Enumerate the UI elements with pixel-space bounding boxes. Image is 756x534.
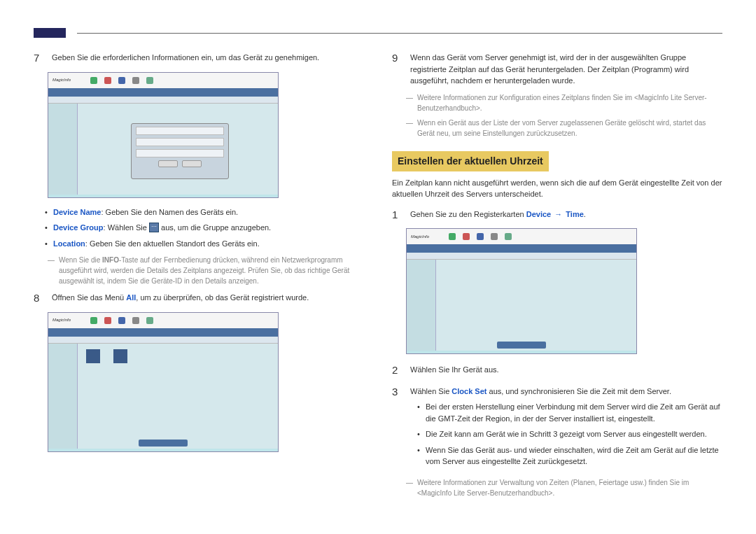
screenshot-approve-dialog: MagicInfo bbox=[48, 72, 279, 198]
step-number: 7 bbox=[34, 50, 43, 66]
dash-icon: ― bbox=[406, 118, 413, 139]
menu-name: All bbox=[126, 293, 136, 302]
app-logo: MagicInfo bbox=[52, 317, 71, 323]
note-text: Wenn Sie die bbox=[59, 256, 102, 264]
device-card bbox=[86, 349, 100, 363]
section-header-time: Einstellen der aktuellen Uhrzeit bbox=[392, 151, 549, 171]
left-column: 7 Geben Sie die erforderlichen Informati… bbox=[34, 50, 364, 503]
step7-bullets: Device Name: Geben Sie den Namen des Ger… bbox=[34, 206, 364, 250]
screenshot-time-tab: MagicInfo bbox=[406, 228, 637, 354]
text: , um zu überprüfen, ob das Gerät registr… bbox=[136, 293, 309, 302]
dash-icon: ― bbox=[48, 255, 55, 286]
header-rule bbox=[77, 33, 722, 34]
note-text: Weitere Informationen zur Konfiguration … bbox=[417, 92, 722, 113]
dash-icon: ― bbox=[406, 92, 413, 113]
step-number: 3 bbox=[392, 384, 402, 472]
step-9: 9 Wenn das Gerät vom Server genehmigt is… bbox=[392, 50, 722, 87]
info-note: ― Wenn Sie die INFO-Taste auf der Fernbe… bbox=[34, 255, 364, 286]
text: Wählen Sie bbox=[410, 387, 451, 395]
text: Öffnen Sie das Menü bbox=[52, 293, 126, 302]
step-text: Wenn das Gerät vom Server genehmigt ist,… bbox=[410, 50, 722, 87]
app-logo: MagicInfo bbox=[52, 77, 71, 83]
section-intro: Ein Zeitplan kann nicht ausgeführt werde… bbox=[392, 177, 722, 200]
step-2: 2 Wählen Sie Ihr Gerät aus. bbox=[392, 363, 722, 379]
approve-dialog bbox=[131, 123, 229, 179]
step-text: Wählen Sie Clock Set aus, und synchronis… bbox=[410, 384, 722, 472]
key-name: INFO bbox=[102, 256, 119, 264]
arrow-icon: → bbox=[551, 210, 566, 218]
two-column-layout: 7 Geben Sie die erforderlichen Informati… bbox=[34, 50, 722, 503]
step-number: 2 bbox=[392, 363, 402, 379]
note-schedule-config: ― Weitere Informationen zur Konfiguratio… bbox=[392, 92, 722, 113]
text: aus, um die Gruppe anzugeben. bbox=[159, 223, 271, 232]
step-number: 1 bbox=[392, 207, 402, 223]
label: Location bbox=[53, 239, 85, 248]
app-logo: MagicInfo bbox=[411, 234, 429, 240]
step-text: Öffnen Sie das Menü All, um zu überprüfe… bbox=[52, 290, 364, 307]
page-header bbox=[34, 28, 722, 38]
bullet-device-name: Device Name: Geben Sie den Namen des Ger… bbox=[53, 206, 364, 218]
step-text: Gehen Sie zu den Registerkarten Device →… bbox=[410, 207, 722, 223]
text: : Geben Sie den Namen des Geräts ein. bbox=[102, 208, 239, 216]
step3-bullets: Bei der ersten Herstellung einer Verbind… bbox=[410, 401, 722, 468]
right-column: 9 Wenn das Gerät vom Server genehmigt is… bbox=[392, 50, 722, 503]
text: . bbox=[584, 210, 586, 218]
step-7: 7 Geben Sie die erforderlichen Informati… bbox=[34, 50, 364, 66]
step-number: 8 bbox=[34, 290, 43, 307]
bullet-server-set: Die Zeit kann am Gerät wie in Schritt 3 … bbox=[426, 428, 722, 440]
step-3: 3 Wählen Sie Clock Set aus, und synchron… bbox=[392, 384, 722, 472]
brand-mark bbox=[34, 28, 66, 38]
bullet-gmt: Bei der ersten Herstellung einer Verbind… bbox=[426, 401, 722, 424]
note-device-removed: ― Wenn ein Gerät aus der Liste der vom S… bbox=[392, 118, 722, 139]
text: : Geben Sie den aktuellen Standort des G… bbox=[85, 239, 260, 248]
text: Gehen Sie zu den Registerkarten bbox=[410, 210, 526, 218]
text: aus, und synchronisieren Sie die Zeit mi… bbox=[486, 387, 671, 395]
text: : Wählen Sie bbox=[104, 223, 149, 232]
tab-device: Device bbox=[526, 210, 551, 218]
tab-time: Time bbox=[566, 210, 583, 218]
bullet-location: Location: Geben Sie den aktuellen Stando… bbox=[53, 238, 364, 250]
pager bbox=[139, 440, 188, 447]
pager bbox=[497, 342, 546, 349]
screenshot-all-devices: MagicInfo bbox=[48, 312, 279, 452]
step-8: 8 Öffnen Sie das Menü All, um zu überprü… bbox=[34, 290, 364, 307]
ellipsis-button-icon bbox=[149, 223, 159, 232]
bullet-power-cycle: Wenn Sie das Gerät aus- und wieder einsc… bbox=[426, 444, 722, 468]
step-number: 9 bbox=[392, 50, 402, 87]
step-text: Geben Sie die erforderlichen Information… bbox=[52, 50, 364, 66]
step-1: 1 Gehen Sie zu den Registerkarten Device… bbox=[392, 207, 722, 223]
label: Device Name bbox=[53, 208, 102, 216]
device-card bbox=[113, 349, 127, 363]
dash-icon: ― bbox=[406, 477, 413, 498]
label: Device Group bbox=[53, 223, 104, 232]
note-text: Weitere Informationen zur Verwaltung von… bbox=[417, 477, 722, 498]
note-text: Wenn ein Gerät aus der Liste der vom Ser… bbox=[417, 118, 722, 139]
clock-set-label: Clock Set bbox=[451, 387, 486, 395]
bullet-device-group: Device Group: Wählen Sie aus, um die Gru… bbox=[53, 222, 364, 234]
step-text: Wählen Sie Ihr Gerät aus. bbox=[410, 363, 722, 379]
note-time-management: ― Weitere Informationen zur Verwaltung v… bbox=[392, 477, 722, 498]
